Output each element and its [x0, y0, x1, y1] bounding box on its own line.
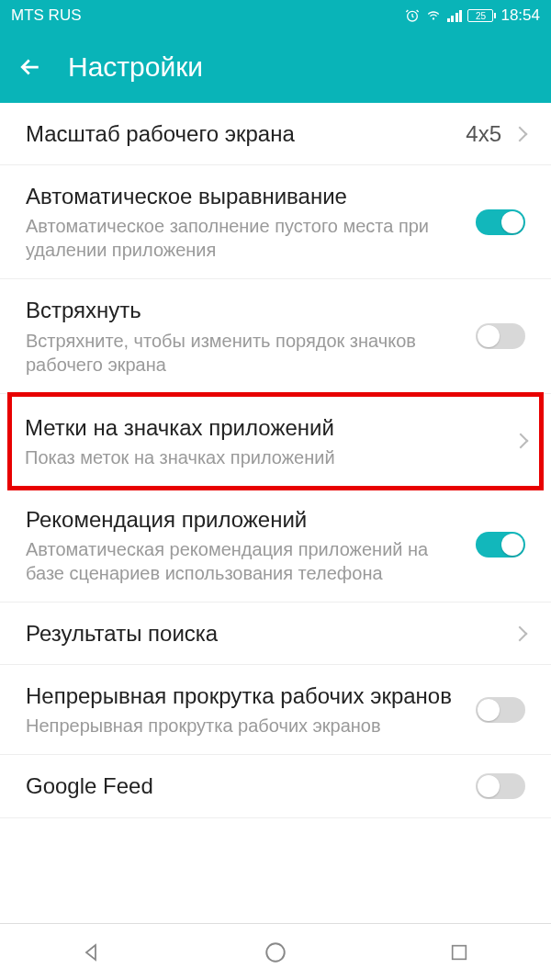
triangle-back-icon: [81, 941, 103, 963]
row-title: Автоматическое выравнивание: [26, 182, 465, 210]
app-header: Настройки: [0, 31, 551, 103]
square-recent-icon: [449, 942, 469, 963]
row-google-feed[interactable]: Google Feed: [0, 755, 551, 817]
row-title: Google Feed: [26, 772, 465, 800]
toggle-shake[interactable]: [476, 323, 525, 349]
battery-icon: 25: [467, 9, 493, 22]
wifi-icon: [425, 7, 442, 24]
page-title: Настройки: [68, 51, 203, 83]
toggle-recommend[interactable]: [476, 532, 525, 558]
circle-home-icon: [264, 941, 287, 964]
toggle-auto-align[interactable]: [476, 209, 525, 235]
row-title: Рекомендация приложений: [26, 505, 465, 534]
battery-level: 25: [476, 11, 486, 21]
carrier-label: MTS RUS: [11, 6, 405, 25]
row-search-results[interactable]: Результаты поиска: [0, 603, 551, 665]
row-title: Непрерывная прокрутка рабочих экранов: [26, 681, 465, 710]
row-title: Результаты поиска: [26, 619, 503, 648]
row-auto-align[interactable]: Автоматическое выравнивание Автоматическ…: [0, 165, 551, 279]
row-subtitle: Показ меток на значках приложений: [25, 445, 504, 469]
toggle-google-feed[interactable]: [476, 773, 525, 799]
row-title: Метки на значках приложений: [25, 413, 504, 442]
alarm-icon: [405, 8, 420, 23]
svg-rect-2: [453, 945, 467, 959]
row-subtitle: Автоматическое заполнение пустого места …: [26, 214, 465, 262]
navigation-bar: [0, 923, 551, 980]
svg-point-1: [266, 943, 285, 962]
row-screen-grid[interactable]: Масштаб рабочего экрана 4x5: [0, 103, 551, 165]
chevron-right-icon: [512, 126, 528, 141]
row-loop-scroll[interactable]: Непрерывная прокрутка рабочих экранов Не…: [0, 665, 551, 755]
row-subtitle: Непрерывная прокрутка рабочих экранов: [26, 714, 465, 738]
chevron-right-icon: [513, 434, 529, 449]
row-subtitle: Встряхните, чтобы изменить порядок значк…: [26, 329, 465, 377]
row-app-badges[interactable]: Метки на значках приложений Показ меток …: [7, 392, 544, 490]
back-icon[interactable]: [17, 53, 44, 81]
row-value: 4x5: [466, 121, 501, 147]
row-subtitle: Автоматическая рекомендация приложений н…: [26, 537, 465, 585]
status-right: 25 18:54: [405, 6, 540, 25]
settings-list: Масштаб рабочего экрана 4x5 Автоматическ…: [0, 103, 551, 818]
status-bar: MTS RUS 25 18:54: [0, 0, 551, 31]
row-title: Встряхнуть: [26, 296, 465, 324]
signal-icon: [447, 9, 463, 22]
row-shake[interactable]: Встряхнуть Встряхните, чтобы изменить по…: [0, 279, 551, 393]
chevron-right-icon: [512, 625, 528, 641]
row-app-recommend[interactable]: Рекомендация приложений Автоматическая р…: [0, 489, 551, 603]
nav-home-button[interactable]: [262, 939, 289, 966]
nav-back-button[interactable]: [78, 939, 106, 966]
nav-recent-button[interactable]: [445, 939, 473, 966]
clock: 18:54: [500, 6, 540, 25]
status-icons: 25: [405, 7, 494, 24]
row-title: Масштаб рабочего экрана: [26, 119, 455, 148]
toggle-loop-scroll[interactable]: [476, 697, 525, 723]
